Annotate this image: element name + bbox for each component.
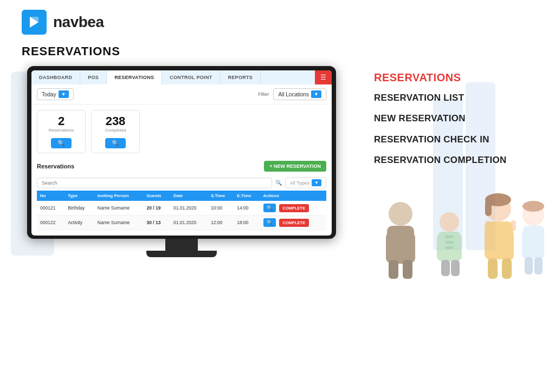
- search-input[interactable]: [37, 178, 272, 188]
- stat-card-completed: 238 Completed 🔍: [91, 110, 140, 153]
- reservations-table: No Type Inviting Person Guests Date S.Ti…: [37, 191, 326, 230]
- table-header-row: No Type Inviting Person Guests Date S.Ti…: [37, 191, 326, 201]
- cell-etime-0: 14:00: [234, 201, 260, 215]
- svg-rect-23: [486, 230, 494, 260]
- svg-point-28: [522, 201, 544, 212]
- logo-box: [22, 10, 47, 35]
- svg-rect-25: [488, 258, 498, 279]
- col-no: No: [37, 191, 64, 201]
- type-label: All Types: [290, 180, 309, 186]
- search-bar: 🔍 All Types ▼: [31, 175, 332, 191]
- type-dropdown-arrow: ▼: [312, 179, 321, 186]
- stand-base: [146, 251, 217, 257]
- cell-type-1: Activity: [64, 215, 94, 230]
- nav-icon-button[interactable]: ☰: [315, 70, 332, 84]
- svg-rect-6: [389, 260, 398, 279]
- menu-item-check-in[interactable]: RESERVATION CHECK IN: [374, 134, 539, 145]
- location-select[interactable]: All Locations ▼: [273, 88, 326, 100]
- col-type: Type: [64, 191, 94, 201]
- location-label: All Locations: [278, 92, 309, 97]
- col-date: Date: [170, 191, 208, 201]
- new-reservation-button[interactable]: + NEW RESERVATION: [264, 161, 326, 172]
- svg-rect-24: [505, 230, 514, 260]
- col-etime: E.Time: [234, 191, 260, 201]
- svg-rect-32: [525, 257, 533, 275]
- date-label: Today: [42, 92, 56, 97]
- svg-rect-26: [502, 258, 512, 279]
- svg-rect-31: [537, 231, 544, 258]
- right-panel-title: RESERVATIONS: [374, 71, 539, 84]
- svg-rect-30: [522, 231, 530, 258]
- svg-rect-33: [534, 257, 543, 275]
- nav-bar: DASHBOARD POS RESERVATIONS CONTROL POINT…: [31, 70, 332, 84]
- filter-label: Filter: [258, 92, 269, 97]
- col-actions: Actions: [260, 191, 327, 201]
- reservations-section-title: Reservations: [37, 163, 74, 169]
- nav-dashboard[interactable]: DASHBOARD: [31, 70, 80, 84]
- nav-control-point[interactable]: CONTROL POINT: [162, 70, 220, 84]
- svg-point-2: [389, 202, 412, 226]
- cell-stime-1: 12:00: [208, 215, 234, 230]
- cell-date-0: 01.01.2020: [170, 201, 208, 215]
- date-dropdown-arrow: ▼: [59, 90, 69, 98]
- monitor-outer: DASHBOARD POS RESERVATIONS CONTROL POINT…: [27, 66, 336, 239]
- row-search-button-1[interactable]: 🔍: [263, 218, 276, 227]
- svg-rect-4: [386, 233, 397, 263]
- svg-rect-15: [441, 260, 450, 276]
- stat-number-reservations: 2: [46, 115, 76, 128]
- cell-no-0: 000121: [37, 201, 64, 215]
- character-illustration: [371, 171, 544, 290]
- menu-item-new-reservation[interactable]: NEW RESERVATION: [374, 113, 539, 124]
- date-select[interactable]: Today ▼: [37, 88, 74, 100]
- nav-pos[interactable]: POS: [80, 70, 107, 84]
- stat-label-completed: Completed: [100, 128, 131, 133]
- svg-rect-5: [404, 233, 415, 263]
- stat-card-reservations: 2 Reservations 🔍: [37, 110, 86, 153]
- header: navbea: [0, 0, 555, 44]
- col-stime: S.Time: [208, 191, 234, 201]
- cell-guests-0: 20 / 19: [143, 201, 170, 215]
- cell-actions-1: 🔍 COMPLETE: [260, 215, 327, 230]
- complete-button-0[interactable]: COMPLETE: [279, 204, 309, 212]
- stat-search-reservations[interactable]: 🔍: [51, 138, 72, 148]
- location-dropdown-arrow: ▼: [311, 90, 321, 98]
- stat-number-completed: 238: [100, 115, 131, 128]
- cell-person-1: Name Surname: [94, 215, 144, 230]
- menu-item-completion[interactable]: RESERVATION COMPLETION: [374, 155, 539, 166]
- monitor-section: DASHBOARD POS RESERVATIONS CONTROL POINT…: [16, 66, 347, 257]
- monitor-screen: DASHBOARD POS RESERVATIONS CONTROL POINT…: [31, 70, 332, 236]
- svg-rect-7: [403, 260, 412, 279]
- search-icon: 🔍: [275, 180, 282, 186]
- cell-stime-0: 10:00: [208, 201, 234, 215]
- monitor-stand: [27, 239, 336, 257]
- table-row: 000121 Birthday Name Surname 20 / 19 01.…: [37, 201, 326, 215]
- cell-person-0: Name Surname: [94, 201, 144, 215]
- stat-label-reservations: Reservations: [46, 128, 76, 133]
- cell-type-0: Birthday: [64, 201, 94, 215]
- cell-no-1: 000122: [37, 215, 64, 230]
- filter-bar: Today ▼ Filter All Locations ▼: [31, 84, 332, 104]
- type-select[interactable]: All Types ▼: [285, 177, 326, 188]
- cell-date-1: 01.01.2020: [170, 215, 208, 230]
- main-layout: DASHBOARD POS RESERVATIONS CONTROL POINT…: [0, 66, 555, 257]
- svg-rect-16: [451, 260, 460, 276]
- menu-item-reservation-list[interactable]: RESERVATION LIST: [374, 93, 539, 103]
- svg-point-8: [440, 212, 459, 232]
- svg-rect-14: [453, 234, 462, 260]
- col-person: Inviting Person: [94, 191, 144, 201]
- col-guests: Guests: [143, 191, 170, 201]
- monitor: DASHBOARD POS RESERVATIONS CONTROL POINT…: [27, 66, 336, 257]
- nav-reports[interactable]: REPORTS: [220, 70, 261, 84]
- nav-spacer: [261, 70, 315, 84]
- table-container: No Type Inviting Person Guests Date S.Ti…: [31, 191, 332, 236]
- stat-search-completed[interactable]: 🔍: [105, 138, 126, 148]
- svg-rect-19: [485, 200, 492, 216]
- row-search-button-0[interactable]: 🔍: [263, 204, 276, 212]
- cell-etime-1: 18:00: [234, 215, 260, 230]
- right-panel: RESERVATIONS RESERVATION LIST NEW RESERV…: [363, 66, 539, 257]
- cell-guests-1: 30 / 13: [143, 215, 170, 230]
- table-row: 000122 Activity Name Surname 30 / 13 01.…: [37, 215, 326, 230]
- nav-reservations[interactable]: RESERVATIONS: [107, 70, 162, 84]
- logo-text: navbea: [53, 14, 104, 31]
- complete-button-1[interactable]: COMPLETE: [279, 219, 309, 227]
